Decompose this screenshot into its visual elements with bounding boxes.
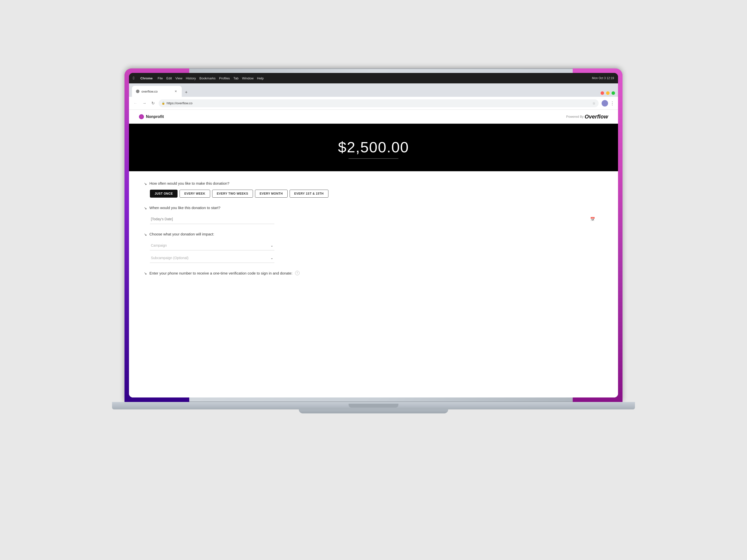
tab-favicon-icon	[136, 89, 139, 93]
site-header: Nonprofit Powered By Overflow	[129, 110, 618, 124]
hero-banner: $2,500.00	[129, 124, 618, 171]
menu-file[interactable]: File	[158, 76, 163, 80]
menu-window[interactable]: Window	[242, 76, 254, 80]
menu-history[interactable]: History	[186, 76, 196, 80]
arrow-icon-1: ↘	[144, 182, 147, 186]
menu-edit[interactable]: Edit	[166, 76, 172, 80]
close-window-button[interactable]	[600, 91, 604, 95]
campaign-dropdown-arrow-icon: ⌄	[271, 243, 274, 247]
frequency-question: ↘ How often would you like to make this …	[144, 181, 598, 186]
arrow-icon-4: ↘	[144, 271, 147, 275]
browser-window: overflow.co ✕ + ← → ↻ 🔒	[129, 83, 618, 398]
phone-group: ↘ Enter your phone number to receive a o…	[144, 271, 598, 275]
refresh-button[interactable]: ↻	[150, 100, 156, 107]
campaign-dropdown-wrap: Campaign ⌄	[150, 240, 598, 250]
maximize-window-button[interactable]	[612, 91, 615, 95]
new-tab-button[interactable]: +	[182, 88, 191, 97]
frequency-buttons: JUST ONCE EVERY WEEK EVERY TWO WEEKS EVE…	[150, 190, 598, 197]
campaign-dropdown[interactable]: Campaign ⌄	[150, 240, 275, 250]
active-tab[interactable]: overflow.co ✕	[132, 86, 182, 97]
page-content: Nonprofit Powered By Overflow $2,500.00	[129, 110, 618, 398]
screen-bezel:  Chrome File Edit View History Bookmark…	[129, 73, 618, 398]
browser-actions: ⋮	[601, 100, 615, 107]
campaign-label: Campaign	[151, 243, 167, 247]
site-logo-area: Nonprofit	[139, 114, 164, 119]
donation-amount: $2,500.00	[338, 139, 409, 156]
arrow-icon-3: ↘	[144, 233, 147, 236]
laptop-base	[112, 402, 635, 409]
apple-logo-icon: 	[133, 76, 134, 80]
subcampaign-label: Subcampaign (Optional)	[151, 256, 188, 260]
overflow-brand-name: Overflow	[585, 113, 608, 120]
traffic-lights	[600, 91, 615, 97]
menu-bookmarks[interactable]: Bookmarks	[200, 76, 216, 80]
menu-items-group: File Edit View History Bookmarks Profile…	[158, 76, 264, 80]
frequency-group: ↘ How often would you like to make this …	[144, 181, 598, 197]
date-input[interactable]	[150, 214, 275, 224]
powered-by-label: Powered By	[566, 115, 584, 118]
impact-group: ↘ Choose what your donation will impact:…	[144, 232, 598, 263]
address-input[interactable]: 🔒 https://overflow.co ☆	[159, 99, 599, 107]
logo-circle-icon	[139, 114, 144, 119]
browser-menu-icon[interactable]: ⋮	[610, 101, 615, 106]
tab-title: overflow.co	[141, 89, 172, 93]
subcampaign-dropdown[interactable]: Subcampaign (Optional) ⌄	[150, 253, 275, 263]
site-name: Nonprofit	[146, 114, 164, 119]
menu-profiles[interactable]: Profiles	[219, 76, 230, 80]
laptop-lid:  Chrome File Edit View History Bookmark…	[125, 69, 622, 402]
subcampaign-dropdown-arrow-icon: ⌄	[271, 256, 274, 260]
calendar-icon[interactable]: 📅	[590, 217, 595, 221]
date-question-text: When would you like this donation to sta…	[149, 206, 221, 210]
tab-bar: overflow.co ✕ +	[129, 83, 618, 97]
date-input-wrap: 📅	[150, 214, 598, 224]
amount-underline	[349, 158, 398, 159]
menu-view[interactable]: View	[175, 76, 182, 80]
menu-tab[interactable]: Tab	[233, 76, 238, 80]
phone-question-text: Enter your phone number to receive a one…	[149, 271, 292, 275]
back-button[interactable]: ←	[132, 100, 138, 107]
impact-question-text: Choose what your donation will impact:	[149, 232, 214, 236]
laptop-container:  Chrome File Edit View History Bookmark…	[100, 69, 647, 491]
url-display: https://overflow.co	[166, 101, 192, 105]
app-name: Chrome	[140, 76, 153, 80]
tab-close-button[interactable]: ✕	[174, 89, 178, 93]
freq-every-two-weeks-button[interactable]: EVERY TWO WEEKS	[212, 190, 253, 197]
subcampaign-dropdown-wrap: Subcampaign (Optional) ⌄	[150, 253, 598, 263]
laptop-notch	[349, 404, 398, 408]
form-section: ↘ How often would you like to make this …	[129, 171, 618, 398]
date-question: ↘ When would you like this donation to s…	[144, 206, 598, 210]
freq-every-1st-15th-button[interactable]: EVERY 1ST & 15TH	[290, 190, 329, 197]
date-group: ↘ When would you like this donation to s…	[144, 206, 598, 224]
datetime-display: Mon Oct 3 12:19	[592, 76, 614, 80]
powered-by-area: Powered By Overflow	[566, 113, 608, 120]
freq-every-month-button[interactable]: EVERY MONTH	[255, 190, 288, 197]
phone-question: ↘ Enter your phone number to receive a o…	[144, 271, 598, 275]
profile-icon[interactable]	[601, 100, 608, 107]
macos-menubar:  Chrome File Edit View History Bookmark…	[129, 73, 618, 83]
address-bar: ← → ↻ 🔒 https://overflow.co ☆ ⋮	[129, 97, 618, 110]
menu-help[interactable]: Help	[257, 76, 264, 80]
impact-question: ↘ Choose what your donation will impact:	[144, 232, 598, 236]
freq-just-once-button[interactable]: JUST ONCE	[150, 190, 178, 197]
bookmark-star-icon[interactable]: ☆	[592, 101, 596, 105]
forward-button[interactable]: →	[141, 100, 148, 107]
frequency-question-text: How often would you like to make this do…	[149, 181, 229, 185]
help-icon[interactable]: ?	[295, 271, 300, 275]
freq-every-week-button[interactable]: EVERY WEEK	[180, 190, 210, 197]
minimize-window-button[interactable]	[606, 91, 610, 95]
lock-icon: 🔒	[162, 102, 165, 105]
menu-right: Mon Oct 3 12:19	[592, 76, 614, 80]
arrow-icon-2: ↘	[144, 206, 147, 210]
